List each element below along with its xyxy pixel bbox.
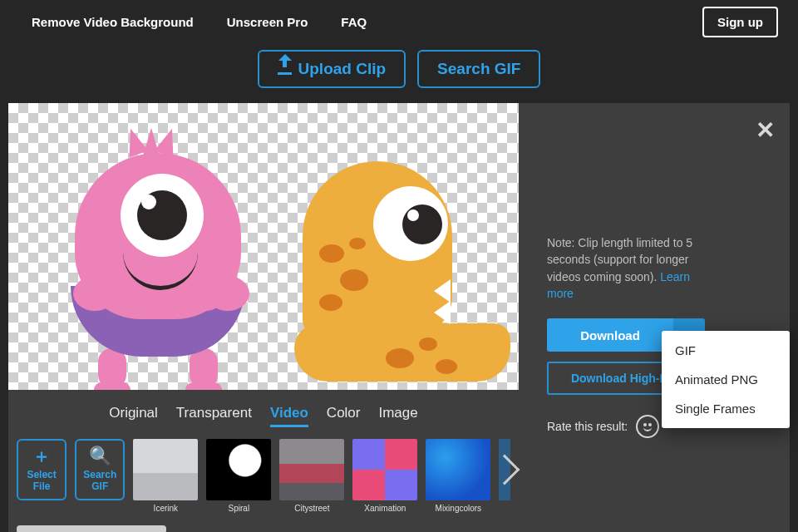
background-tabs: Original Transparent Video Color Image bbox=[8, 390, 519, 439]
rate-label: Rate this result: bbox=[547, 420, 628, 433]
search-gif-button[interactable]: Search GIF bbox=[417, 50, 540, 88]
search-gif-tile[interactable]: 🔍 Search GIF bbox=[75, 439, 125, 500]
nav-links: Remove Video Background Unscreen Pro FAQ bbox=[32, 15, 367, 29]
thumb-label: Citystreet bbox=[294, 504, 329, 513]
tab-color[interactable]: Color bbox=[327, 405, 361, 427]
search-gif-label: Search GIF bbox=[437, 60, 520, 78]
upload-clip-label: Upload Clip bbox=[298, 60, 387, 78]
upload-clip-button[interactable]: Upload Clip bbox=[258, 50, 406, 88]
top-nav: Remove Video Background Unscreen Pro FAQ… bbox=[0, 0, 798, 43]
plus-circle-icon: ＋ bbox=[32, 447, 51, 466]
thumb-label: Mixingcolors bbox=[436, 504, 482, 513]
upload-icon bbox=[278, 63, 292, 75]
thumb-label: Spiral bbox=[229, 504, 250, 513]
select-file-tile[interactable]: ＋ Select File bbox=[17, 439, 66, 500]
thumb-label: Xanimation bbox=[364, 504, 406, 513]
chevron-right-icon[interactable] bbox=[490, 455, 520, 485]
background-picker: ＋ Select File 🔍 Search GIF Icerink Spira… bbox=[8, 439, 519, 513]
menu-item-apng[interactable]: Animated PNG bbox=[662, 365, 790, 394]
primary-actions: Upload Clip Search GIF bbox=[0, 43, 798, 103]
thumb-xanimation[interactable]: Xanimation bbox=[352, 439, 417, 513]
thumb-image bbox=[352, 439, 417, 500]
editor-panel: Original Transparent Video Color Image ＋… bbox=[8, 103, 790, 532]
close-icon[interactable]: ✕ bbox=[756, 116, 775, 144]
thumb-image bbox=[279, 439, 344, 500]
download-button[interactable]: Download bbox=[547, 318, 673, 352]
thumb-mixingcolors[interactable]: Mixingcolors bbox=[426, 439, 490, 513]
smile-icon[interactable] bbox=[636, 415, 659, 438]
nav-remove-bg[interactable]: Remove Video Background bbox=[32, 15, 194, 29]
thumb-image bbox=[206, 439, 271, 500]
thumb-image bbox=[133, 439, 198, 500]
search-gif-tile-label: Search GIF bbox=[76, 469, 123, 492]
orange-monster-graphic bbox=[294, 161, 510, 382]
preview-canvas bbox=[8, 103, 519, 390]
signup-button[interactable]: Sign up bbox=[702, 7, 778, 37]
thumb-label: Icerink bbox=[154, 504, 178, 513]
search-icon: 🔍 bbox=[89, 447, 111, 466]
nav-faq[interactable]: FAQ bbox=[341, 15, 367, 29]
pink-monster-graphic bbox=[33, 128, 283, 377]
tab-transparent[interactable]: Transparent bbox=[176, 405, 252, 427]
tab-image[interactable]: Image bbox=[378, 405, 417, 427]
clip-length-note: Note: Clip length limited to 5 seconds (… bbox=[547, 234, 705, 302]
right-column: ✕ Note: Clip length limited to 5 seconds… bbox=[519, 103, 790, 532]
thumb-citystreet[interactable]: Citystreet bbox=[279, 439, 344, 513]
thumb-icerink[interactable]: Icerink bbox=[133, 439, 198, 513]
download-format-menu: GIF Animated PNG Single Frames bbox=[662, 331, 790, 428]
left-column: Original Transparent Video Color Image ＋… bbox=[8, 103, 519, 532]
menu-item-gif[interactable]: GIF bbox=[662, 336, 790, 365]
tab-original[interactable]: Original bbox=[109, 405, 158, 427]
nav-unscreen-pro[interactable]: Unscreen Pro bbox=[227, 15, 308, 29]
menu-item-frames[interactable]: Single Frames bbox=[662, 394, 790, 423]
select-file-label: Select File bbox=[18, 469, 65, 492]
thumb-image bbox=[426, 439, 490, 500]
tab-video[interactable]: Video bbox=[270, 405, 308, 427]
thumb-spiral[interactable]: Spiral bbox=[206, 439, 271, 513]
horizontal-scrollbar[interactable] bbox=[17, 525, 166, 532]
